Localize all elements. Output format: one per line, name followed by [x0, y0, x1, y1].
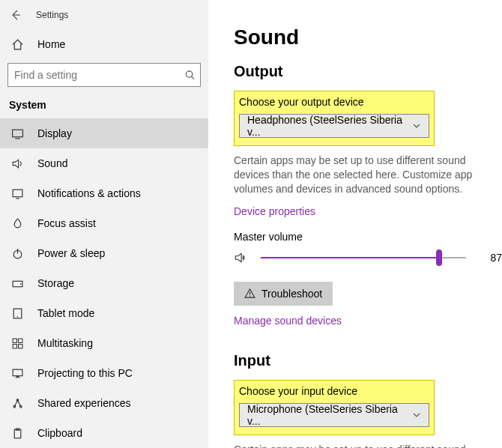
- sidebar-item-label: Focus assist: [37, 217, 96, 229]
- sidebar-item-label: Projecting to this PC: [37, 367, 133, 379]
- svg-point-0: [186, 71, 192, 77]
- sidebar: Settings Home System Display Sound Notif…: [0, 0, 208, 448]
- troubleshoot-label: Troubleshoot: [261, 288, 322, 300]
- svg-rect-11: [18, 344, 22, 348]
- home-label: Home: [37, 38, 65, 50]
- nav-list: Display Sound Notifications & actions Fo…: [0, 118, 208, 448]
- svg-rect-9: [18, 339, 22, 342]
- sidebar-item-label: Display: [37, 127, 72, 139]
- volume-value: 87: [477, 252, 502, 264]
- sidebar-item-label: Notifications & actions: [37, 187, 141, 199]
- sidebar-item-label: Sound: [37, 157, 67, 169]
- shared-icon: [9, 397, 25, 410]
- svg-rect-16: [14, 429, 21, 438]
- warning-icon: [244, 288, 255, 299]
- troubleshoot-button[interactable]: Troubleshoot: [234, 282, 333, 306]
- sidebar-item-power-sleep[interactable]: Power & sleep: [0, 238, 208, 268]
- input-device-dropdown[interactable]: Microphone (SteelSeries Siberia v...: [239, 403, 429, 427]
- svg-rect-12: [13, 369, 22, 376]
- projecting-icon: [9, 367, 25, 380]
- input-choose-label: Choose your input device: [239, 385, 429, 397]
- speaker-icon[interactable]: [234, 251, 250, 264]
- slider-thumb[interactable]: [436, 249, 442, 266]
- input-description: Certain apps may be set up to use differ…: [234, 443, 502, 448]
- sidebar-item-projecting[interactable]: Projecting to this PC: [0, 358, 208, 388]
- input-device-selected: Microphone (SteelSeries Siberia v...: [247, 403, 412, 427]
- volume-slider[interactable]: [261, 250, 466, 265]
- slider-fill: [261, 257, 439, 258]
- svg-point-18: [250, 296, 250, 297]
- page-title: Sound: [234, 25, 502, 49]
- output-description: Certain apps may be set up to use differ…: [234, 154, 502, 196]
- clipboard-icon: [9, 427, 25, 440]
- svg-rect-8: [13, 339, 16, 342]
- svg-rect-10: [13, 344, 16, 348]
- sidebar-item-label: Tablet mode: [37, 307, 94, 319]
- volume-slider-row: 87: [234, 250, 502, 265]
- output-choose-label: Choose your output device: [239, 96, 429, 108]
- home-icon: [9, 38, 25, 51]
- device-properties-link[interactable]: Device properties: [234, 205, 315, 217]
- sidebar-item-focus-assist[interactable]: Focus assist: [0, 208, 208, 238]
- sidebar-item-tablet-mode[interactable]: Tablet mode: [0, 298, 208, 328]
- focus-assist-icon: [9, 217, 25, 230]
- notifications-icon: [9, 187, 25, 200]
- input-device-highlight: Choose your input device Microphone (Ste…: [234, 380, 435, 435]
- back-button[interactable]: [6, 5, 25, 25]
- sidebar-item-sound[interactable]: Sound: [0, 148, 208, 178]
- svg-point-5: [19, 283, 21, 285]
- chevron-down-icon: [412, 121, 421, 130]
- home-nav[interactable]: Home: [0, 30, 208, 58]
- sidebar-item-notifications[interactable]: Notifications & actions: [0, 178, 208, 208]
- svg-rect-2: [13, 190, 22, 197]
- sidebar-item-storage[interactable]: Storage: [0, 268, 208, 298]
- svg-point-7: [16, 316, 17, 317]
- chevron-down-icon: [412, 411, 421, 420]
- sidebar-item-label: Power & sleep: [37, 247, 105, 259]
- input-heading: Input: [234, 352, 502, 369]
- sidebar-item-label: Clipboard: [37, 427, 82, 439]
- multitasking-icon: [9, 337, 25, 350]
- master-volume-label: Master volume: [234, 231, 502, 243]
- manage-sound-devices-link[interactable]: Manage sound devices: [234, 315, 342, 327]
- sidebar-item-multitasking[interactable]: Multitasking: [0, 328, 208, 358]
- search-icon: [184, 70, 196, 81]
- output-device-selected: Headphones (SteelSeries Siberia v...: [247, 114, 412, 138]
- back-arrow-icon: [10, 9, 22, 21]
- sidebar-item-shared-experiences[interactable]: Shared experiences: [0, 388, 208, 418]
- app-title: Settings: [36, 10, 68, 20]
- output-device-dropdown[interactable]: Headphones (SteelSeries Siberia v...: [239, 114, 429, 138]
- sidebar-item-label: Multitasking: [37, 337, 93, 349]
- sidebar-item-display[interactable]: Display: [0, 118, 208, 148]
- search-input[interactable]: [8, 64, 175, 86]
- power-icon: [9, 247, 25, 260]
- display-icon: [9, 127, 25, 140]
- sidebar-section-header: System: [0, 87, 208, 118]
- search-container: [0, 58, 208, 87]
- search-box[interactable]: [7, 63, 201, 87]
- storage-icon: [9, 277, 25, 290]
- sidebar-item-label: Shared experiences: [37, 397, 131, 409]
- tablet-icon: [9, 307, 25, 320]
- sidebar-item-label: Storage: [37, 277, 74, 289]
- svg-rect-1: [12, 130, 22, 137]
- sidebar-item-clipboard[interactable]: Clipboard: [0, 418, 208, 448]
- output-heading: Output: [234, 63, 502, 80]
- titlebar: Settings: [0, 4, 208, 25]
- main-content: Sound Output Choose your output device H…: [208, 0, 502, 448]
- output-device-highlight: Choose your output device Headphones (St…: [234, 91, 435, 146]
- sound-icon: [9, 157, 25, 170]
